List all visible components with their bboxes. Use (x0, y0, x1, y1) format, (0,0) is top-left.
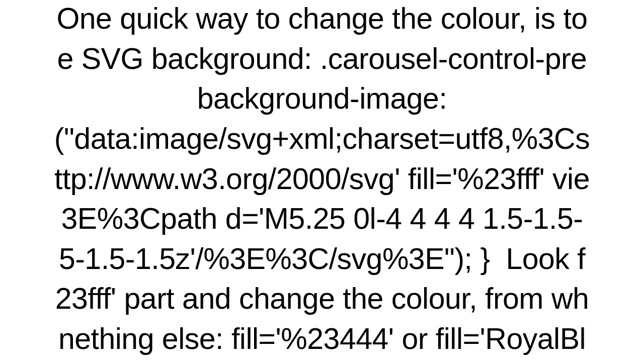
document-text: One quick way to change the colour, is t… (54, 0, 590, 359)
document-viewport: One quick way to change the colour, is t… (0, 0, 644, 362)
